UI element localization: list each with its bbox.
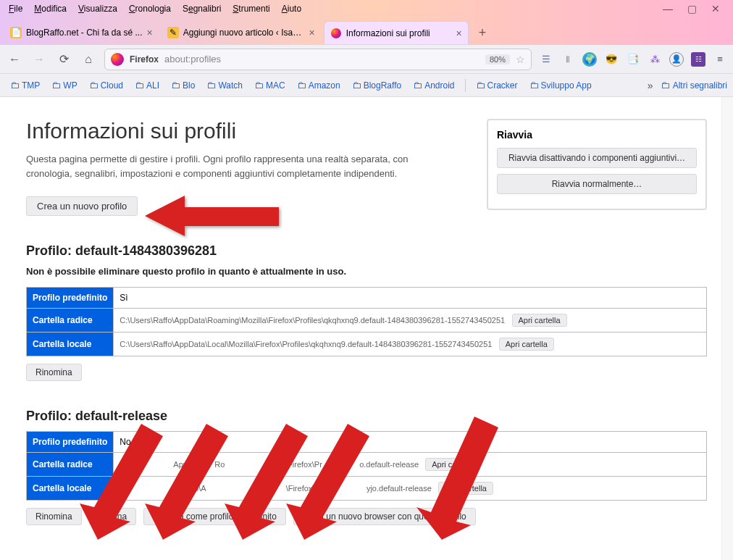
- url-bar[interactable]: Firefox about:profiles 80% ☆: [104, 49, 532, 70]
- ext-avatar-icon[interactable]: 🌍: [582, 52, 597, 67]
- menu-bar: File Modifica Visualizza Cronologia Segn…: [0, 0, 733, 17]
- tab-title-0: BlogRaffo.net - Chi fa da sé ...: [26, 28, 143, 38]
- other-bookmarks[interactable]: 🗀Altri segnalibri: [661, 80, 727, 91]
- folder-icon: 🗀: [413, 80, 422, 91]
- open-root-folder-button[interactable]: Apri cartella: [512, 314, 567, 327]
- open-local-folder-button[interactable]: Apri cartella: [438, 482, 493, 495]
- folder-icon: 🗀: [135, 80, 144, 91]
- bookmark-cloud[interactable]: 🗀Cloud: [85, 78, 127, 93]
- folder-icon: 🗀: [10, 80, 20, 91]
- bookmark-wp[interactable]: 🗀WP: [47, 78, 81, 93]
- ext-overflow-icon[interactable]: ☷: [691, 52, 705, 67]
- url-text: about:profiles: [164, 54, 221, 64]
- folder-icon: 🗀: [529, 80, 539, 91]
- bookmark-amazon[interactable]: 🗀Amazon: [293, 78, 345, 93]
- favicon-wp: ✎: [167, 27, 179, 38]
- scrollbar[interactable]: [721, 97, 733, 560]
- bookmarks-overflow[interactable]: »: [643, 78, 658, 93]
- profile-table: Profilo predefinito Sì Cartella radice C…: [26, 287, 707, 356]
- bookmark-sviluppo[interactable]: 🗀Sviluppo App: [525, 78, 596, 93]
- tab-title-1: Aggiungi nuovo articolo ‹ Isaqu...: [183, 28, 305, 38]
- restart-heading: Riavvia: [497, 129, 697, 141]
- zoom-badge[interactable]: 80%: [485, 54, 510, 64]
- label-default-profile: Profilo predefinito: [27, 432, 114, 453]
- tab-strip: 📄 BlogRaffo.net - Chi fa da sé ... × ✎ A…: [0, 17, 733, 45]
- value-local-dir: XXXXXXXXXXXXXXo\AXXXXXXXXXXXXXXX\Firefox…: [114, 477, 707, 501]
- profile-in-use-warning: Non è possibile eliminare questo profilo…: [26, 266, 707, 277]
- value-root-dir: CXXXXXXXXXAppDXXXXRoXXXXXXXXozilla\Firef…: [114, 453, 707, 477]
- folder-icon: 🗀: [661, 80, 670, 91]
- ext-emoji-icon[interactable]: 😎: [604, 52, 619, 67]
- set-default-profile-button[interactable]: Imposta come profilo predefinito: [143, 508, 286, 525]
- ext-reader-icon[interactable]: ⫴: [561, 52, 575, 67]
- identity-firefox-icon: [111, 53, 124, 66]
- profile-section-0: Profilo: default-1484380396281 Non è pos…: [26, 243, 707, 381]
- label-local-dir: Cartella locale: [27, 477, 114, 501]
- open-root-folder-button[interactable]: Apri cartella: [425, 458, 480, 471]
- folder-icon: 🗀: [51, 80, 61, 91]
- delete-profile-button[interactable]: Elimina: [89, 508, 136, 525]
- ext-pocket-icon[interactable]: 📑: [626, 52, 640, 67]
- value-local-dir: C:\Users\Raffo\AppData\Local\Mozilla\Fir…: [114, 333, 707, 356]
- toolbar: ← → ⟳ ⌂ Firefox about:profiles 80% ☆ ☰ ⫴…: [0, 45, 733, 74]
- favicon-firefox: [330, 28, 342, 39]
- tab-close-icon[interactable]: ×: [456, 28, 462, 39]
- ext-dots-icon[interactable]: ⁂: [648, 52, 662, 67]
- label-local-dir: Cartella locale: [27, 333, 114, 356]
- open-local-folder-button[interactable]: Apri cartella: [499, 338, 554, 351]
- rename-profile-button[interactable]: Rinomina: [26, 508, 82, 525]
- profile-heading: Profilo: default-release: [26, 409, 707, 424]
- hamburger-menu-icon[interactable]: ≡: [713, 52, 727, 67]
- menu-file[interactable]: File: [3, 2, 28, 15]
- folder-icon: 🗀: [254, 80, 264, 91]
- ext-shield-icon[interactable]: ☰: [539, 52, 553, 67]
- minimize-icon[interactable]: —: [663, 3, 673, 14]
- tab-0[interactable]: 📄 BlogRaffo.net - Chi fa da sé ... ×: [4, 21, 159, 44]
- bookmark-watch[interactable]: 🗀Watch: [202, 78, 247, 93]
- bookmark-blo[interactable]: 🗀Blo: [167, 78, 199, 93]
- restart-normal-button[interactable]: Riavvia normalmente…: [497, 174, 697, 194]
- menu-edit[interactable]: Modifica: [28, 2, 72, 15]
- menu-bookmarks[interactable]: Segnalibri: [177, 2, 227, 15]
- close-window-icon[interactable]: ✕: [711, 3, 720, 14]
- bookmark-tmp[interactable]: 🗀TMP: [6, 78, 44, 93]
- bookmark-ali[interactable]: 🗀ALI: [130, 78, 164, 93]
- menu-view[interactable]: Visualizza: [72, 2, 123, 15]
- separator: [465, 79, 466, 92]
- bookmark-cracker[interactable]: 🗀Cracker: [472, 78, 522, 93]
- bookmark-mac[interactable]: 🗀MAC: [250, 78, 290, 93]
- tab-close-icon[interactable]: ×: [309, 27, 315, 38]
- menu-tools[interactable]: Strumenti: [227, 2, 275, 15]
- maximize-icon[interactable]: ▢: [687, 3, 697, 14]
- home-icon[interactable]: ⌂: [80, 51, 97, 68]
- page-content: Informazioni sui profili Questa pagina p…: [0, 97, 733, 560]
- tab-close-icon[interactable]: ×: [147, 27, 153, 38]
- label-default-profile: Profilo predefinito: [27, 288, 114, 309]
- page-description: Questa pagina permette di gestire i prof…: [26, 152, 432, 180]
- label-root-dir: Cartella radice: [27, 453, 114, 477]
- bookmark-android[interactable]: 🗀Android: [409, 78, 458, 93]
- forward-icon[interactable]: →: [30, 51, 48, 68]
- tab-title-2: Informazioni sui profili: [346, 28, 452, 38]
- value-root-dir: C:\Users\Raffo\AppData\Roaming\Mozilla\F…: [114, 309, 707, 333]
- create-profile-button[interactable]: Crea un nuovo profilo: [26, 196, 138, 216]
- profile-section-1: Profilo: default-release Profilo predefi…: [26, 409, 707, 525]
- profile-table: Profilo predefinito No Cartella radice C…: [26, 431, 707, 501]
- back-icon[interactable]: ←: [6, 51, 23, 68]
- folder-icon: 🗀: [352, 80, 361, 91]
- restart-safe-mode-button[interactable]: Riavvia disattivando i componenti aggiun…: [497, 148, 697, 168]
- menu-history[interactable]: Cronologia: [123, 2, 177, 15]
- rename-profile-button[interactable]: Rinomina: [26, 364, 82, 381]
- tab-1[interactable]: ✎ Aggiungi nuovo articolo ‹ Isaqu... ×: [162, 21, 321, 44]
- reload-icon[interactable]: ⟳: [55, 51, 72, 68]
- launch-profile-button[interactable]: Avvia un nuovo browser con questo profil…: [293, 508, 476, 525]
- tab-2-active[interactable]: Informazioni sui profili ×: [324, 21, 469, 44]
- folder-icon: 🗀: [476, 80, 485, 91]
- new-tab-button[interactable]: +: [472, 25, 494, 41]
- folder-icon: 🗀: [297, 80, 306, 91]
- value-default-profile: No: [114, 432, 707, 453]
- menu-help[interactable]: Aiuto: [276, 2, 307, 15]
- ext-account-icon[interactable]: 👤: [669, 52, 684, 67]
- bookmark-star-icon[interactable]: ☆: [516, 54, 525, 65]
- bookmark-blograffo[interactable]: 🗀BlogRaffo: [348, 78, 406, 93]
